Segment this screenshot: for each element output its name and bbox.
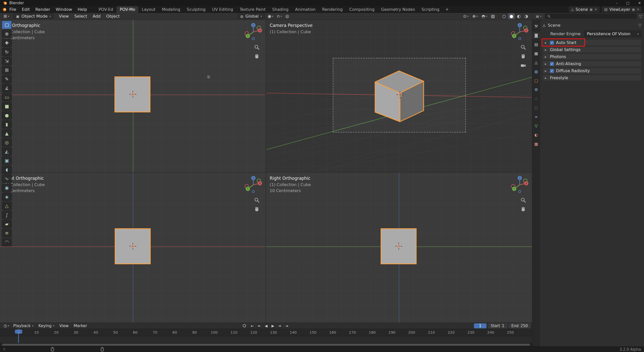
tool-add-box[interactable]: ■ — [2, 102, 12, 111]
hand-icon[interactable] — [520, 53, 527, 60]
workspace-tab-texture-paint[interactable]: Texture Paint — [236, 6, 269, 13]
scene-selector[interactable]: ◬ Scene ▣ ✕ — [569, 6, 600, 13]
current-frame-field[interactable]: 1 — [474, 323, 487, 328]
remove-viewlayer-icon[interactable]: ✕ — [637, 8, 639, 11]
hand-icon[interactable] — [520, 206, 527, 212]
transport-play[interactable]: ▶ — [270, 324, 276, 328]
properties-tab-world[interactable]: ◍ — [532, 68, 540, 75]
tool-add-sphere-sweep[interactable]: ∿ — [2, 174, 12, 183]
viewport-right[interactable]: Right Orthographic (1) Collection | Cube… — [266, 173, 532, 323]
tool-add-isosurface[interactable]: ◈ — [2, 193, 12, 201]
render-engine-dropdown[interactable]: Persistence Of Vision ▾ — [584, 30, 641, 37]
viewport-front[interactable]: Front Orthographic (1) Collection | Cube… — [0, 173, 266, 323]
snap-toggle[interactable]: ∩ ▾ — [275, 13, 283, 19]
blender-menu-icon[interactable] — [2, 7, 7, 12]
properties-tab-modifiers[interactable]: ⚙ — [532, 86, 540, 93]
workspace-tab-modeling[interactable]: Modeling — [159, 6, 184, 13]
viewport-menu-select[interactable]: Select — [71, 13, 90, 19]
navigation-gizmo[interactable]: X Z Y — [245, 22, 262, 41]
panel-diffuse-radiosity[interactable]: ▸✓Diffuse Radiosity — [543, 68, 641, 74]
properties-search-input[interactable] — [545, 14, 637, 19]
overlays-toggle[interactable]: ◓ ▾ — [480, 13, 489, 19]
scrollbar-thumb[interactable] — [2, 344, 530, 346]
navigation-gizmo[interactable]: X Z Y — [245, 175, 262, 194]
editor-type-button[interactable]: ≡ ▾ — [534, 13, 543, 19]
workspace-tab-layout[interactable]: Layout — [138, 6, 158, 13]
properties-tab-material[interactable]: ◐ — [532, 131, 540, 138]
viewport-top[interactable]: Top Orthographic (1) Collection | Cube 1… — [0, 20, 266, 172]
xray-toggle[interactable]: ▨ — [490, 13, 497, 19]
viewport-menu-add[interactable]: Add — [90, 13, 103, 19]
shading-wireframe-button[interactable]: ○ — [501, 13, 507, 19]
end-frame-field[interactable]: End 250 — [509, 323, 531, 328]
proportional-editing-toggle[interactable]: ◎ — [284, 13, 290, 19]
tool-measure[interactable]: ∡ — [2, 84, 12, 93]
tool-add-parametric[interactable]: ∫ — [2, 211, 12, 219]
tool-rotate[interactable]: ↻ — [2, 48, 12, 56]
transport-jump-next-keyframe[interactable]: ↠ — [276, 324, 283, 328]
viewport-menu-object[interactable]: Object — [103, 13, 123, 19]
tool-add-sphere[interactable]: ● — [2, 111, 12, 120]
zoom-icon[interactable] — [520, 44, 527, 51]
workspace-tab-pov-mo[interactable]: POV-Mo — [116, 6, 138, 13]
shading-material-button[interactable]: ◐ — [515, 13, 522, 19]
properties-tab-tool[interactable]: ⚒ — [532, 23, 540, 30]
tool-cursor[interactable]: ⊕ — [2, 30, 12, 38]
maximize-button[interactable]: ▢ — [626, 1, 629, 5]
zoom-icon[interactable] — [520, 197, 527, 203]
light-object[interactable] — [205, 74, 212, 81]
new-scene-icon[interactable]: ▣ — [590, 8, 593, 11]
panel-anti-aliasing[interactable]: ▸✓Anti-Aliasing — [543, 61, 641, 67]
timeline-menu-keying[interactable]: Keying▾ — [36, 323, 57, 328]
navigation-gizmo[interactable]: X Z Y — [511, 175, 529, 194]
timeline-tracks[interactable] — [0, 336, 532, 343]
timeline-menu-view[interactable]: View — [57, 323, 71, 328]
transport-jump-to-start[interactable]: ⇤ — [249, 324, 256, 328]
tool-scale[interactable]: ⇲ — [2, 57, 12, 65]
hand-icon[interactable] — [254, 53, 260, 60]
minimize-button[interactable]: – — [616, 1, 618, 5]
filter-icon[interactable]: ▽ — [638, 23, 641, 28]
shading-rendered-button[interactable]: ◑ — [523, 13, 530, 19]
properties-tab-texture[interactable]: ▦ — [532, 141, 540, 147]
zoom-icon[interactable] — [254, 197, 260, 203]
properties-tab-view-layer[interactable]: ▦ — [532, 50, 540, 57]
menu-window[interactable]: Window — [53, 7, 75, 12]
tool-add-heightfield[interactable]: △ — [2, 202, 12, 210]
viewport-menu-view[interactable]: View — [56, 13, 71, 19]
workspace-tab-pov-ed[interactable]: POV-Ed — [95, 6, 116, 13]
properties-tab-object[interactable]: ▢ — [532, 77, 540, 84]
viewport-camera[interactable]: Camera Perspective (1) Collection | Cube… — [266, 20, 532, 172]
timeline-menu-playback[interactable]: Playback▾ — [11, 323, 36, 328]
panel-freestyle[interactable]: ▸Freestyle — [543, 75, 641, 81]
editor-type-button[interactable]: ⊞ ▾ — [2, 13, 11, 19]
tool-transform[interactable]: ⊞ — [2, 66, 12, 74]
timeline-scrollbar[interactable] — [0, 343, 532, 346]
new-viewlayer-icon[interactable]: ▣ — [632, 8, 635, 11]
checkbox-icon[interactable]: ✓ — [550, 41, 554, 45]
tool-add-polygon[interactable]: ▰ — [2, 220, 12, 228]
hand-icon[interactable] — [254, 206, 260, 212]
viewport-quad[interactable]: Top Orthographic (1) Collection | Cube 1… — [0, 20, 532, 323]
tool-add-blob[interactable]: ◉ — [2, 184, 12, 192]
tool-move[interactable]: ✚ — [2, 39, 12, 47]
transport-jump-prev-keyframe[interactable]: ↞ — [256, 324, 263, 328]
tool-add-torus[interactable]: ◎ — [2, 138, 12, 147]
workspace-tab-shading[interactable]: Shading — [269, 6, 292, 13]
tool-add-cylinder[interactable]: ▮ — [2, 120, 12, 129]
menu-help[interactable]: Help — [75, 7, 90, 12]
tool-add-plane[interactable]: ▭ — [2, 93, 12, 102]
timeline-menu-marker[interactable]: Marker — [71, 323, 90, 328]
properties-tab-object-data[interactable]: ▽ — [532, 122, 540, 129]
editor-type-button[interactable]: ◷ ▾ — [2, 323, 11, 329]
navigation-gizmo[interactable]: X Z Y — [511, 22, 529, 41]
unlink-scene-icon[interactable]: ✕ — [594, 8, 597, 11]
transport-play-reverse[interactable]: ◀ — [263, 324, 269, 328]
tool-add-prism[interactable]: ◭ — [2, 147, 12, 156]
pivot-point-dropdown[interactable]: ◉ ▾ — [266, 13, 275, 19]
workspace-tab-animation[interactable]: Animation — [292, 6, 319, 13]
menu-edit[interactable]: Edit — [19, 7, 33, 12]
timeline-ruler[interactable]: 1 10203040506070809010011012013014015016… — [0, 329, 532, 336]
panel-photons[interactable]: ▸Photons — [543, 54, 641, 60]
checkbox-icon[interactable]: ✓ — [550, 69, 554, 73]
